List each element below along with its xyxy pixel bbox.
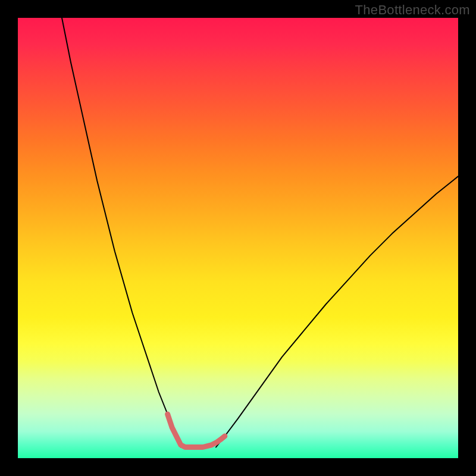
series-highlight-segment <box>168 414 225 447</box>
plot-area <box>18 18 458 458</box>
curve-overlay <box>18 18 458 458</box>
watermark-text: TheBottleneck.com <box>355 2 470 18</box>
chart-frame: TheBottleneck.com <box>0 0 476 476</box>
series-left-branch <box>62 18 181 447</box>
series-right-branch <box>216 176 458 447</box>
